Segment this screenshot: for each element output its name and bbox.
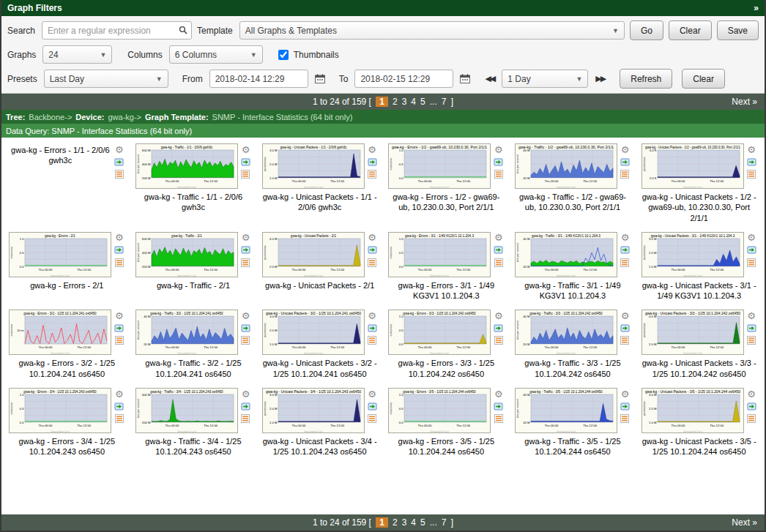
graph-thumbnail[interactable]: gwa-kg - Traffic - 1/1 - 2/0/6 gwh3cbits…: [135, 143, 238, 189]
graph-csv-icon[interactable]: [620, 335, 631, 345]
graph-export-icon[interactable]: [746, 401, 757, 411]
graph-csv-icon[interactable]: [620, 258, 631, 268]
graph-export-icon[interactable]: [620, 401, 631, 411]
graph-thumbnail-image[interactable]: gwa-kg - Unicast Packets - 1/2 - gwa69-u…: [642, 143, 744, 189]
graph-export-icon[interactable]: [114, 245, 124, 255]
page-number-4[interactable]: 4: [411, 517, 416, 528]
graph-thumbnail-image[interactable]: gwa-kg - Errors - 3/5 - 1/25 10.1.204.24…: [388, 388, 491, 433]
page-number-2[interactable]: 2: [393, 97, 398, 107]
graph-thumbnail[interactable]: gwa-kg - Unicast Packets - 3/4 - 1/25 10…: [262, 388, 365, 433]
graph-export-icon[interactable]: [746, 157, 757, 167]
graph-csv-icon[interactable]: [367, 335, 378, 345]
graph-export-icon[interactable]: [493, 323, 504, 333]
graph-thumbnail-image[interactable]: gwa-kg - Unicast Packets - 3/5 - 1/25 10…: [642, 388, 744, 433]
graph-settings-icon[interactable]: ⚙: [367, 233, 378, 243]
graph-thumbnail[interactable]: gwa-kg - Errors - 3/1 - 1/49 KG3V1 10.1.…: [388, 232, 491, 277]
graph-csv-icon[interactable]: [746, 335, 757, 345]
graph-settings-icon[interactable]: ⚙: [620, 310, 631, 321]
graph-thumbnail-image[interactable]: gwa-kg - Unicast Packets - 3/2 - 1/25 10…: [262, 310, 365, 355]
graph-thumbnail[interactable]: gwa-kg - Unicast Packets - 3/5 - 1/25 10…: [642, 388, 744, 433]
graph-settings-icon[interactable]: ⚙: [240, 233, 251, 243]
graph-thumbnail[interactable]: gwa-kg - Traffic - 3/4 - 1/25 10.1.204.2…: [135, 388, 238, 433]
graph-csv-icon[interactable]: [367, 258, 378, 268]
page-number-4[interactable]: 4: [411, 97, 416, 107]
graph-settings-icon[interactable]: ⚙: [240, 389, 251, 399]
graphs-count-select[interactable]: 24 ▼: [42, 45, 112, 64]
graph-csv-icon[interactable]: [367, 413, 378, 424]
graph-thumbnail[interactable]: gwa-kg - Traffic - 3/2 - 1/25 10.1.204.2…: [135, 310, 238, 355]
graph-settings-icon[interactable]: ⚙: [367, 389, 378, 399]
graph-csv-icon[interactable]: [114, 335, 124, 345]
save-button[interactable]: Save: [717, 20, 759, 40]
graph-thumbnail-image[interactable]: gwa-kg - Errors - 2/1errors/sec1.00.50.0…: [9, 232, 111, 277]
graph-export-icon[interactable]: [493, 157, 504, 167]
graph-settings-icon[interactable]: ⚙: [746, 310, 757, 321]
graph-thumbnail-image[interactable]: gwa-kg - Unicast Packets - 3/4 - 1/25 10…: [262, 388, 365, 433]
graph-thumbnail-image[interactable]: gwa-kg - Unicast Packets - 1/1 - 2/0/6 g…: [262, 143, 365, 189]
from-calendar-icon[interactable]: [313, 74, 327, 83]
graph-settings-icon[interactable]: ⚙: [620, 144, 631, 154]
graph-export-icon[interactable]: [240, 323, 251, 333]
graph-thumbnail[interactable]: gwa-kg - Unicast Packets - 2/1packets/se…: [262, 232, 365, 277]
tree-value[interactable]: Backbone->: [29, 113, 72, 121]
graph-settings-icon[interactable]: ⚙: [240, 310, 251, 321]
graph-export-icon[interactable]: [114, 323, 124, 333]
page-number-2[interactable]: 2: [393, 517, 398, 528]
graph-settings-icon[interactable]: ⚙: [493, 389, 504, 399]
clear-button[interactable]: Clear: [669, 20, 712, 40]
graph-settings-icon[interactable]: ⚙: [114, 233, 124, 243]
page-number-1[interactable]: 1: [376, 517, 388, 528]
graph-csv-icon[interactable]: [114, 169, 124, 179]
graph-thumbnail-image[interactable]: gwa-kg - Errors - 1/2 - gwa69-ub, 10.230…: [388, 143, 491, 189]
graph-thumbnail-image[interactable]: gwa-kg - Errors - 3/1 - 1/49 KG3V1 10.1.…: [388, 232, 491, 277]
search-input[interactable]: [42, 21, 192, 40]
graph-thumbnail[interactable]: gwa-kg - Traffic - 3/5 - 1/25 10.1.204.2…: [515, 388, 617, 433]
page-number-5[interactable]: 5: [420, 97, 425, 107]
graph-settings-icon[interactable]: ⚙: [493, 310, 504, 321]
graph-settings-icon[interactable]: ⚙: [493, 144, 504, 154]
go-button[interactable]: Go: [630, 20, 663, 40]
graph-export-icon[interactable]: [620, 157, 631, 167]
graph-settings-icon[interactable]: ⚙: [114, 389, 124, 399]
graph-csv-icon[interactable]: [493, 169, 504, 179]
columns-select[interactable]: 6 Columns ▼: [169, 45, 263, 64]
graph-thumbnail-image[interactable]: gwa-kg - Traffic - 3/4 - 1/25 10.1.204.2…: [135, 388, 238, 433]
graph-csv-icon[interactable]: [746, 413, 757, 424]
graph-thumbnail-image[interactable]: gwa-kg - Traffic - 3/5 - 1/25 10.1.204.2…: [515, 388, 617, 433]
graph-export-icon[interactable]: [367, 323, 378, 333]
graph-export-icon[interactable]: [493, 401, 504, 411]
graph-thumbnail[interactable]: gwa-kg - Traffic - 2/1bits per second600…: [135, 232, 238, 277]
graph-csv-icon[interactable]: [240, 169, 251, 179]
graph-csv-icon[interactable]: [746, 258, 757, 268]
graph-settings-icon[interactable]: ⚙: [620, 389, 631, 399]
page-number-7[interactable]: 7: [442, 517, 447, 528]
graph-csv-icon[interactable]: [493, 258, 504, 268]
graph-export-icon[interactable]: [367, 245, 378, 255]
graph-template-value[interactable]: SNMP - Interface Statistics (64 bit only…: [212, 113, 353, 121]
graph-thumbnail-image[interactable]: gwa-kg - Errors - 3/2 - 1/25 10.1.204.24…: [9, 310, 111, 355]
graph-thumbnail[interactable]: gwa-kg - Unicast Packets - 3/2 - 1/25 10…: [262, 310, 365, 355]
graph-settings-icon[interactable]: ⚙: [367, 144, 378, 154]
graph-thumbnail-image[interactable]: gwa-kg - Unicast Packets - 3/3 - 1/25 10…: [642, 310, 744, 355]
graph-settings-icon[interactable]: ⚙: [746, 389, 757, 399]
from-date-input[interactable]: [209, 70, 308, 88]
graph-export-icon[interactable]: [620, 323, 631, 333]
graph-thumbnail[interactable]: gwa-kg - Errors - 3/3 - 1/25 10.1.204.24…: [388, 310, 491, 355]
graph-settings-icon[interactable]: ⚙: [493, 233, 504, 243]
device-value[interactable]: gwa-kg->: [108, 113, 141, 121]
shift-forward-icon[interactable]: ▶▶: [593, 74, 607, 83]
graph-export-icon[interactable]: [746, 323, 757, 333]
graph-thumbnail-image[interactable]: gwa-kg - Unicast Packets - 3/1 - 1/49 KG…: [642, 232, 744, 277]
page-number-3[interactable]: 3: [402, 97, 407, 107]
graph-thumbnail[interactable]: gwa-kg - Errors - 3/5 - 1/25 10.1.204.24…: [388, 388, 491, 433]
graph-export-icon[interactable]: [240, 245, 251, 255]
page-number-7[interactable]: 7: [442, 97, 447, 107]
collapse-icon[interactable]: »: [754, 3, 759, 13]
graph-thumbnail[interactable]: gwa-kg - Unicast Packets - 3/1 - 1/49 KG…: [642, 232, 744, 277]
graph-csv-icon[interactable]: [746, 169, 757, 179]
graph-settings-icon[interactable]: ⚙: [746, 144, 757, 154]
graph-csv-icon[interactable]: [367, 169, 378, 179]
graph-thumbnail-image[interactable]: gwa-kg - Traffic - 3/1 - 1/49 KG3V1 10.1…: [515, 232, 617, 277]
presets-select[interactable]: Last Day ▼: [44, 70, 168, 88]
graph-thumbnail[interactable]: gwa-kg - Traffic - 1/2 - gwa69-ub, 10.23…: [515, 143, 617, 189]
